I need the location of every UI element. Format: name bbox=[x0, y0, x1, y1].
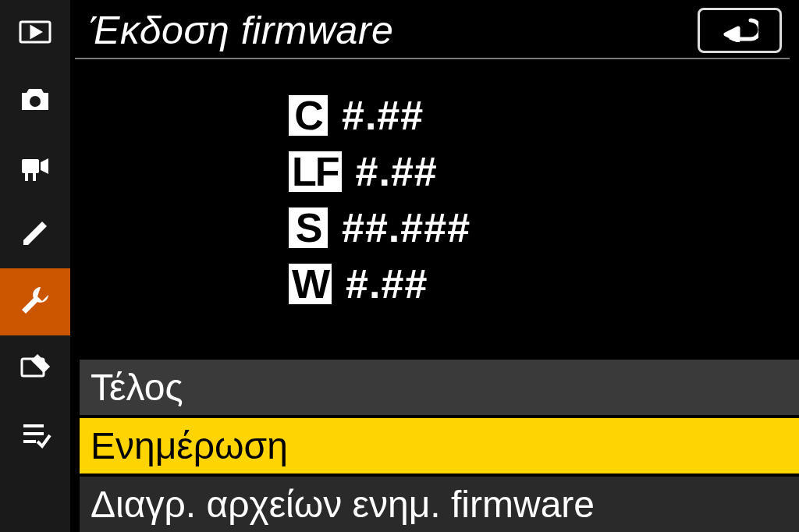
firmware-row: W #.## bbox=[289, 261, 428, 307]
page-title: Έκδοση firmware bbox=[89, 8, 393, 53]
sidebar-item-playback[interactable] bbox=[0, 0, 70, 67]
option-done[interactable]: Τέλος bbox=[80, 360, 799, 415]
header: Έκδοση firmware bbox=[75, 0, 790, 59]
firmware-row: S ##.### bbox=[289, 204, 471, 251]
svg-marker-7 bbox=[23, 222, 47, 245]
video-icon bbox=[17, 148, 53, 187]
svg-rect-3 bbox=[22, 159, 39, 173]
svg-marker-1 bbox=[31, 27, 41, 37]
svg-marker-12 bbox=[726, 28, 738, 41]
firmware-label: W bbox=[289, 264, 332, 304]
sidebar bbox=[0, 0, 70, 532]
firmware-value: #.## bbox=[346, 261, 428, 307]
sidebar-item-setup[interactable] bbox=[0, 268, 70, 335]
firmware-label: LF bbox=[289, 151, 342, 192]
pencil-icon bbox=[17, 215, 53, 254]
back-button[interactable] bbox=[698, 8, 782, 53]
sidebar-item-custom[interactable] bbox=[0, 201, 70, 268]
back-icon bbox=[721, 16, 758, 45]
option-update[interactable]: Ενημέρωση bbox=[80, 418, 799, 473]
firmware-row: C #.## bbox=[289, 92, 424, 139]
svg-rect-5 bbox=[25, 173, 28, 181]
content: C #.## LF #.## S ##.### W #.## Τέλος bbox=[70, 59, 799, 532]
firmware-label: C bbox=[289, 95, 328, 136]
option-delete-files[interactable]: Διαγρ. αρχείων ενημ. firmware bbox=[80, 477, 799, 532]
sidebar-item-retouch[interactable] bbox=[0, 335, 70, 403]
camera-menu-screen: Έκδοση firmware C #.## LF bbox=[0, 0, 799, 532]
svg-marker-4 bbox=[41, 158, 48, 174]
svg-rect-6 bbox=[33, 173, 36, 181]
firmware-value: ##.### bbox=[342, 204, 471, 251]
svg-point-2 bbox=[30, 96, 41, 107]
retouch-icon bbox=[17, 349, 53, 388]
sidebar-item-video[interactable] bbox=[0, 134, 70, 201]
firmware-value: #.## bbox=[356, 148, 438, 195]
sidebar-item-mymenu[interactable] bbox=[0, 403, 70, 470]
sidebar-item-photo[interactable] bbox=[0, 67, 70, 134]
mymenu-icon bbox=[17, 417, 53, 456]
main-panel: Έκδοση firmware C #.## LF bbox=[70, 0, 799, 532]
wrench-icon bbox=[17, 282, 53, 321]
firmware-version-list: C #.## LF #.## S ##.### W #.## bbox=[70, 59, 799, 360]
firmware-row: LF #.## bbox=[289, 148, 438, 195]
options-list: Τέλος Ενημέρωση Διαγρ. αρχείων ενημ. fir… bbox=[70, 360, 799, 532]
photo-icon bbox=[17, 81, 53, 120]
playback-icon bbox=[17, 14, 53, 53]
firmware-label: S bbox=[289, 207, 328, 248]
firmware-value: #.## bbox=[342, 92, 424, 139]
